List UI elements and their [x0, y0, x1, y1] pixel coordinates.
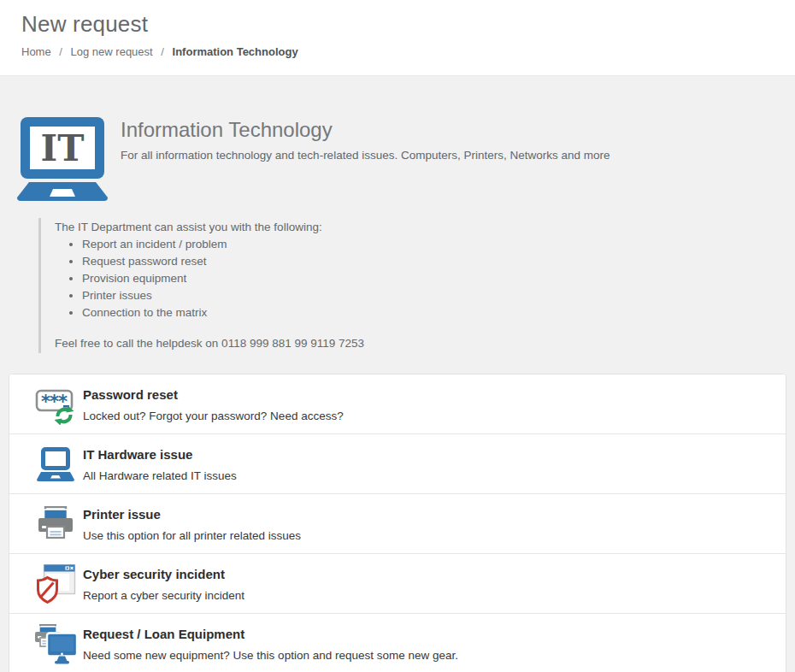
request-type-description: Need some new equipment? Use this option… — [83, 648, 458, 663]
info-panel-item: Request password reset — [82, 253, 637, 270]
info-panel-item: Printer issues — [82, 287, 637, 304]
page-header: New request Home / Log new request / Inf… — [0, 0, 795, 76]
page-title: New request — [21, 11, 774, 38]
request-type-title: Cyber security incident — [83, 566, 244, 582]
request-type-list: *** Password reset Locked out? Forgot yo… — [9, 374, 786, 672]
request-type-printer-issue[interactable]: Printer issue Use this option for all pr… — [9, 494, 786, 554]
request-type-description: All Hardware related IT issues — [83, 469, 237, 483]
info-panel-helpdesk-note: Feel free to call the helpdesk on 0118 9… — [55, 335, 637, 352]
printer-icon — [33, 503, 78, 545]
category-header: IT Information Technology For all inform… — [0, 76, 795, 201]
request-type-description: Report a cyber security incident — [83, 588, 244, 603]
breadcrumb-home[interactable]: Home — [21, 45, 51, 58]
category-description: For all information technology and tech-… — [121, 149, 610, 162]
breadcrumb-separator: / — [59, 45, 62, 58]
it-icon-label: IT — [41, 127, 85, 169]
equipment-icon — [33, 622, 78, 665]
request-type-title: Request / Loan Equipment — [83, 626, 458, 642]
laptop-icon — [33, 443, 78, 486]
breadcrumb: Home / Log new request / Information Tec… — [21, 45, 774, 58]
info-panel-item: Report an incident / problem — [82, 236, 637, 253]
request-type-password-reset[interactable]: *** Password reset Locked out? Forgot yo… — [9, 374, 786, 434]
information-technology-laptop-icon: IT — [17, 117, 108, 201]
main-content: IT Information Technology For all inform… — [0, 76, 795, 672]
request-type-title: Password reset — [83, 386, 344, 403]
info-panel-intro: The IT Department can assist you with th… — [55, 219, 637, 236]
breadcrumb-current-category: Information Technology — [173, 45, 298, 58]
info-panel-list: Report an incident / problem Request pas… — [82, 236, 637, 321]
cyber-shield-icon — [33, 563, 78, 605]
password-reset-icon: *** — [33, 383, 78, 426]
request-type-request-loan-equipment[interactable]: Request / Loan Equipment Need some new e… — [9, 614, 786, 672]
request-type-description: Locked out? Forgot your password? Need a… — [83, 409, 344, 423]
info-panel-item: Connection to the matrix — [82, 304, 637, 321]
request-type-description: Use this option for all printer related … — [83, 528, 301, 543]
category-info-panel: The IT Department can assist you with th… — [38, 218, 637, 353]
breadcrumb-separator: / — [161, 45, 164, 58]
info-panel-item: Provision equipment — [82, 270, 637, 287]
request-type-it-hardware-issue[interactable]: IT Hardware issue All Hardware related I… — [9, 434, 786, 494]
breadcrumb-log-new-request[interactable]: Log new request — [71, 45, 153, 58]
request-type-title: IT Hardware issue — [83, 446, 237, 463]
request-type-cyber-security-incident[interactable]: Cyber security incident Report a cyber s… — [9, 554, 786, 614]
request-type-title: Printer issue — [83, 506, 301, 522]
category-title: Information Technology — [121, 117, 610, 143]
